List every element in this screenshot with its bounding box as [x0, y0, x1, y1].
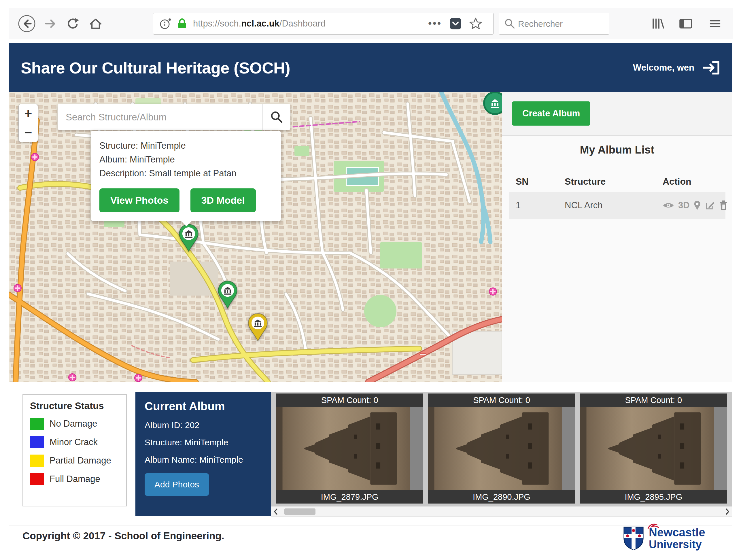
- menu-button[interactable]: [709, 17, 722, 30]
- album-list: My Album List SN Structure Action 1 NCL …: [502, 135, 732, 382]
- site-info-icon[interactable]: [159, 17, 172, 30]
- scroll-left-icon[interactable]: [273, 508, 279, 516]
- legend-label: Full Damage: [50, 474, 100, 484]
- photo-strip: SPAM Count: 0: [271, 392, 732, 506]
- browser-search-input[interactable]: [518, 13, 605, 35]
- forward-button[interactable]: [44, 17, 57, 30]
- map[interactable]: + − Structure: MiniTemple Album: MiniTem…: [9, 92, 502, 382]
- welcome-area: Welcome, wen: [633, 60, 720, 75]
- photo-image[interactable]: [428, 407, 575, 490]
- add-photos-button[interactable]: Add Photos: [145, 473, 209, 496]
- current-album-structure: Structure: MiniTemple: [145, 437, 262, 447]
- url-text[interactable]: https://soch.ncl.ac.uk/Dashboard: [193, 18, 326, 29]
- 3d-model-button[interactable]: 3D Model: [190, 188, 256, 212]
- column-structure: Structure: [558, 176, 656, 187]
- forward-icon: [44, 17, 57, 30]
- legend-item: Minor Crack: [30, 436, 119, 448]
- logout-icon[interactable]: [702, 60, 720, 75]
- scroll-right-icon[interactable]: [724, 508, 730, 516]
- legend-swatch: [30, 454, 44, 467]
- spam-count: SPAM Count: 0: [580, 394, 727, 407]
- current-album-title: Current Album: [145, 400, 262, 413]
- 3d-action[interactable]: 3D: [678, 200, 690, 211]
- legend-label: Partial Damage: [50, 456, 111, 466]
- back-icon: [17, 14, 36, 33]
- album-table: SN Structure Action 1 NCL Arch 3D: [509, 172, 726, 219]
- scrollbar-thumb[interactable]: [284, 508, 316, 515]
- structure-popup: Structure: MiniTemple Album: MiniTemple …: [91, 131, 281, 221]
- star-icon: [469, 17, 482, 30]
- zoom-in-button[interactable]: +: [19, 104, 38, 123]
- hospital-poi-icon: [13, 284, 22, 292]
- photo-card[interactable]: SPAM Count: 0: [580, 394, 727, 503]
- copyright-text: Copyright © 2017 - School of Engineering…: [22, 530, 224, 542]
- bookmark-star-button[interactable]: [469, 17, 482, 30]
- url-bar[interactable]: https://soch.ncl.ac.uk/Dashboard •••: [153, 13, 493, 34]
- photo-filename: IMG_2890.JPG: [428, 490, 575, 503]
- hospital-poi-icon: [134, 374, 143, 382]
- column-action: Action: [656, 176, 726, 187]
- hospital-poi-icon: [30, 153, 39, 161]
- reload-button[interactable]: [66, 17, 80, 30]
- url-domain: ncl.ac.uk: [241, 18, 279, 28]
- university-shield-icon: [622, 526, 645, 551]
- sidebar-toggle-button[interactable]: [678, 17, 693, 30]
- welcome-text: Welcome, wen: [633, 63, 694, 73]
- album-sn: 1: [509, 200, 558, 211]
- map-search-input[interactable]: [65, 104, 251, 131]
- logo-line2: University: [649, 538, 705, 551]
- album-list-title: My Album List: [502, 144, 732, 156]
- url-protocol: https://: [193, 18, 220, 28]
- pocket-button[interactable]: [449, 17, 462, 30]
- url-subdomain: soch.: [220, 18, 241, 28]
- photo-image[interactable]: [276, 407, 423, 490]
- photo-strip-scrollbar[interactable]: [271, 506, 732, 517]
- current-album-panel: Current Album Album ID: 202 Structure: M…: [135, 392, 271, 516]
- photo-card[interactable]: SPAM Count: 0: [428, 394, 575, 503]
- create-album-button[interactable]: Create Album: [512, 101, 590, 126]
- view-icon[interactable]: [663, 201, 674, 209]
- view-photos-button[interactable]: View Photos: [99, 188, 180, 212]
- search-icon: [503, 17, 516, 30]
- locate-icon[interactable]: [694, 201, 701, 210]
- browser-search[interactable]: [499, 13, 609, 34]
- map-search-button[interactable]: [262, 104, 290, 130]
- lion-crest-icon: [647, 523, 660, 530]
- browser-window: https://soch.ncl.ac.uk/Dashboard •••: [0, 0, 741, 560]
- structure-circle-marker[interactable]: [483, 92, 502, 116]
- popup-album: Album: MiniTemple: [99, 153, 272, 166]
- album-actions: 3D: [656, 200, 728, 211]
- hospital-poi-icon: [68, 373, 77, 382]
- home-button[interactable]: [88, 16, 103, 31]
- photo-card[interactable]: SPAM Count: 0: [276, 394, 423, 503]
- photo-image[interactable]: [580, 407, 727, 490]
- current-album-id: Album ID: 202: [145, 420, 262, 430]
- https-lock-icon[interactable]: [176, 17, 188, 30]
- delete-icon[interactable]: [719, 200, 728, 211]
- browser-toolbar: https://soch.ncl.ac.uk/Dashboard •••: [9, 8, 733, 39]
- photo-filename: IMG_2895.JPG: [580, 490, 727, 503]
- hospital-poi-icon: [489, 287, 497, 296]
- search-icon: [270, 110, 283, 124]
- page-actions-icon[interactable]: •••: [428, 17, 442, 29]
- legend-swatch: [30, 418, 44, 430]
- legend-item: Partial Damage: [30, 454, 119, 467]
- library-icon: [651, 17, 665, 30]
- zoom-out-button[interactable]: −: [19, 123, 38, 142]
- structure-pin[interactable]: [248, 313, 268, 341]
- structure-pin[interactable]: [217, 281, 238, 309]
- spam-count: SPAM Count: 0: [428, 394, 575, 407]
- album-row: 1 NCL Arch 3D: [509, 192, 726, 219]
- footer-divider: [9, 525, 732, 526]
- photo-filename: IMG_2879.JPG: [276, 490, 423, 503]
- legend-item: Full Damage: [30, 473, 119, 485]
- structure-pin[interactable]: [178, 224, 199, 252]
- back-button[interactable]: [17, 14, 36, 33]
- popup-structure: Structure: MiniTemple: [99, 139, 272, 153]
- app-header: Share Our Cultural Heritage (SOCH) Welco…: [9, 43, 732, 92]
- legend-swatch: [30, 436, 44, 448]
- edit-icon[interactable]: [705, 200, 715, 211]
- library-button[interactable]: [651, 17, 665, 30]
- reload-icon: [66, 17, 80, 30]
- sidebar-icon: [678, 17, 693, 30]
